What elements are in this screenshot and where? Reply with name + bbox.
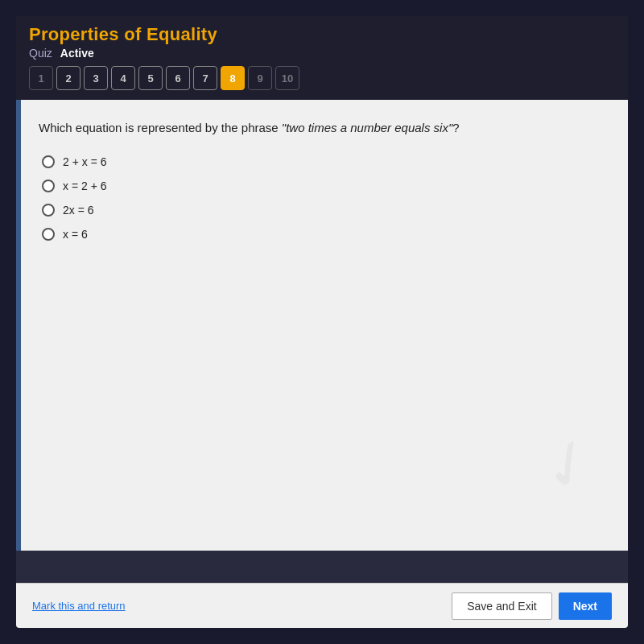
option-b[interactable]: x = 2 + 6 [42, 180, 605, 192]
radio-a[interactable] [42, 155, 55, 168]
option-text-c: 2x = 6 [63, 204, 94, 217]
quiz-label: Quiz [29, 47, 52, 60]
radio-b[interactable] [42, 180, 55, 192]
header-bar: Properties of Equality Quiz Active 12345… [16, 16, 628, 100]
page-title: Properties of Equality [29, 24, 615, 45]
subtitle-row: Quiz Active [29, 47, 615, 60]
watermark: ✓ [526, 419, 611, 510]
footer-bar: Mark this and return Save and Exit Next [16, 583, 628, 628]
next-button[interactable]: Next [559, 592, 612, 620]
footer-buttons: Save and Exit Next [452, 592, 612, 620]
radio-c[interactable] [42, 204, 55, 217]
mark-return-link[interactable]: Mark this and return [32, 600, 126, 612]
option-a[interactable]: 2 + x = 6 [42, 155, 605, 168]
active-label: Active [60, 47, 94, 60]
nav-btn-8[interactable]: 8 [221, 66, 245, 90]
nav-btn-9[interactable]: 9 [248, 66, 272, 90]
nav-btn-10[interactable]: 10 [275, 66, 299, 90]
option-d[interactable]: x = 6 [42, 228, 605, 241]
nav-btn-3[interactable]: 3 [84, 66, 108, 90]
option-text-a: 2 + x = 6 [63, 155, 106, 168]
nav-btn-1[interactable]: 1 [29, 66, 53, 90]
options-list: 2 + x = 6x = 2 + 62x = 6x = 6 [42, 155, 605, 241]
save-exit-button[interactable]: Save and Exit [452, 592, 551, 620]
question-text: Which equation is represented by the phr… [39, 119, 605, 138]
nav-btn-2[interactable]: 2 [56, 66, 80, 90]
nav-btn-5[interactable]: 5 [138, 66, 163, 90]
content-area: Which equation is represented by the phr… [16, 100, 628, 551]
option-c[interactable]: 2x = 6 [42, 204, 605, 217]
option-text-b: x = 2 + 6 [63, 180, 106, 192]
left-accent [16, 100, 21, 551]
nav-btn-7[interactable]: 7 [193, 66, 217, 90]
radio-d[interactable] [42, 228, 55, 241]
quiz-screen: Properties of Equality Quiz Active 12345… [16, 16, 628, 628]
question-nav: 12345678910 [29, 66, 615, 95]
nav-btn-4[interactable]: 4 [111, 66, 135, 90]
nav-btn-6[interactable]: 6 [166, 66, 190, 90]
option-text-d: x = 6 [63, 228, 88, 241]
